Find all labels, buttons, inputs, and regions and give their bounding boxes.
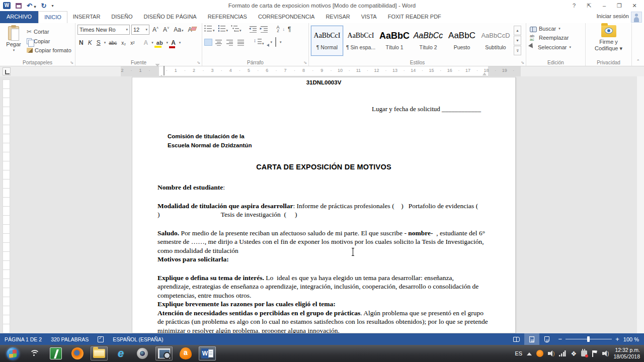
dialog-launcher-icon[interactable]: ⇘ [521, 60, 524, 65]
ribbon-display-options-button[interactable]: ⇱ [582, 1, 597, 11]
indent-marker[interactable] [155, 66, 160, 76]
taskbar-green-app[interactable] [47, 346, 64, 360]
font-color-button[interactable]: A [170, 39, 177, 47]
font-family-combo[interactable]: Times New Ro▾ [77, 25, 130, 35]
taskbar-wifi-app[interactable] [26, 346, 43, 360]
page-indicator[interactable]: PÁGINA 1 DE 2 [0, 333, 46, 345]
zoom-level[interactable]: 100 % [623, 336, 644, 342]
align-left-button[interactable] [204, 39, 212, 46]
tab-archivo[interactable]: ARCHIVO [0, 11, 38, 23]
copy-button[interactable]: Copiar [25, 38, 73, 45]
cut-button[interactable]: ✂Cortar [25, 28, 73, 36]
qat-customize-icon[interactable]: ▾ [51, 4, 53, 8]
bullets-button[interactable]: ▾ [204, 25, 215, 34]
paragraph[interactable]: Nombre del estudiante: [157, 183, 488, 192]
sort-button[interactable]: AZ [277, 26, 280, 33]
find-button[interactable]: Buscar▾ [528, 25, 583, 32]
increase-indent-button[interactable] [261, 26, 269, 33]
clear-formatting-button[interactable]: A [186, 26, 193, 34]
tab-selector[interactable] [3, 67, 11, 75]
superscript-button[interactable]: x² [129, 40, 136, 46]
multilevel-list-button[interactable]: ▾ [231, 25, 242, 34]
style-puesto[interactable]: AaBbCPuesto [446, 26, 478, 56]
align-center-button[interactable] [215, 39, 223, 46]
shrink-font-button[interactable]: A [162, 26, 171, 34]
align-right-button[interactable] [226, 39, 234, 46]
zoom-slider-thumb[interactable] [587, 336, 590, 342]
start-button[interactable] [4, 346, 21, 360]
paragraph[interactable]: Motivos para solicitarla: [157, 255, 488, 264]
horizontal-ruler[interactable]: 21··1·2·3·4·5·6·7·8·9·10·11·12·13·14·15·… [121, 66, 521, 76]
justify-button[interactable] [237, 39, 246, 46]
styles-scroll-up-button[interactable]: ▲ [514, 26, 521, 35]
line-spacing-button[interactable]: ▾ [254, 38, 264, 47]
underline-button[interactable]: S [95, 39, 102, 47]
italic-button[interactable]: K [87, 39, 94, 47]
numbering-button[interactable]: ▾ [218, 25, 228, 34]
tab-inicio[interactable]: INICIO [38, 11, 67, 23]
read-mode-button[interactable] [509, 333, 524, 345]
text-effects-button[interactable]: A [142, 39, 150, 47]
strikethrough-button[interactable]: abc [107, 40, 118, 46]
dialog-launcher-icon[interactable]: ⇘ [70, 60, 73, 65]
show-hidden-icons[interactable] [527, 350, 532, 355]
clock[interactable]: 12:32 p.m. 18/05/2018 [613, 347, 640, 360]
avast-tray-icon[interactable] [536, 350, 543, 357]
power-plug-icon[interactable] [581, 350, 587, 356]
undo-icon[interactable]: ↶ ▾ [27, 2, 36, 10]
keyboard-language[interactable]: ES [515, 350, 522, 356]
zoom-in-button[interactable]: + [615, 335, 619, 343]
sign-encode-button[interactable]: Firme yCodifique ▾ [595, 25, 622, 52]
taskbar-movie-app[interactable] [155, 346, 173, 360]
word-count[interactable]: 320 PALABRAS [46, 333, 93, 345]
taskbar-firefox[interactable] [69, 346, 86, 360]
vertical-scrollbar[interactable] [637, 76, 644, 333]
dialog-launcher-icon[interactable]: ⇘ [197, 60, 200, 65]
tab-referencias[interactable]: REFERENCIAS [202, 11, 253, 23]
font-size-combo[interactable]: 12▾ [131, 25, 149, 35]
borders-button[interactable] [275, 38, 276, 47]
taskbar-word[interactable]: W [199, 346, 216, 360]
language-indicator[interactable]: ESPAÑOL (ESPAÑA) [108, 333, 168, 345]
bold-button[interactable]: N [77, 39, 85, 47]
taskbar-internet-explorer[interactable]: e [112, 346, 129, 360]
taskbar-avast[interactable] [177, 346, 194, 360]
paragraph[interactable]: Saludo. Por medio de la presente reciban… [157, 229, 488, 255]
redo-icon[interactable]: ↻ [41, 2, 47, 10]
tab-foxit-reader-pdf[interactable]: FOXIT READER PDF [382, 11, 447, 23]
tab-insertar[interactable]: INSERTAR [67, 11, 106, 23]
document-area[interactable]: 31DNL0003V Lugar y fecha de solicitud __… [0, 76, 644, 333]
help-button[interactable]: ? [567, 1, 582, 11]
paste-button[interactable]: Pegar ▾ [2, 25, 25, 58]
tab-vista[interactable]: VISTA [356, 11, 382, 23]
proofing-status[interactable] [93, 333, 108, 345]
paragraph[interactable]: Modalidad de titulación que aspira desar… [157, 202, 488, 219]
style-titulo-1[interactable]: AaBbCTítulo 1 [378, 26, 411, 56]
styles-more-button[interactable]: ⊽ [514, 46, 521, 55]
replace-button[interactable]: abacReemplazar [528, 34, 583, 42]
document-page[interactable]: 31DNL0003V Lugar y fecha de solicitud __… [132, 77, 516, 333]
zoom-slider[interactable] [566, 339, 612, 339]
change-case-button[interactable]: Aa▾ [172, 26, 185, 34]
web-layout-button[interactable] [539, 333, 554, 345]
audio-tray-icon[interactable]: ) [548, 350, 554, 356]
format-painter-button[interactable]: Copiar formato [25, 47, 73, 54]
chevron-down-icon[interactable]: ▾ [104, 41, 106, 45]
volume-tray-icon[interactable]: ) [602, 350, 609, 356]
taskbar-webcam-app[interactable] [134, 346, 151, 360]
dialog-launcher-icon[interactable]: ⇘ [303, 60, 307, 65]
select-button[interactable]: Seleccionar▾ [528, 43, 583, 51]
avatar[interactable] [631, 12, 642, 23]
dropbox-icon[interactable]: ❖ [571, 350, 577, 357]
tab-correspondencia[interactable]: CORRESPONDENCIA [253, 11, 320, 23]
style-sin-espaciado[interactable]: AaBbCcI¶ Sin espa... [345, 26, 377, 56]
paragraph[interactable]: Explique o defina su tema de interés. Lo… [157, 274, 488, 300]
show-marks-button[interactable]: ¶ [288, 26, 291, 33]
restore-button[interactable]: ❐ [612, 1, 627, 11]
tab-diseno[interactable]: DISEÑO [106, 11, 138, 23]
minimize-button[interactable]: – [597, 1, 612, 11]
sign-in-link[interactable]: Iniciar sesión [597, 13, 629, 19]
zoom-out-button[interactable]: − [558, 335, 562, 343]
grow-font-button[interactable]: A [151, 26, 160, 34]
taskbar-file-explorer[interactable] [91, 346, 108, 360]
